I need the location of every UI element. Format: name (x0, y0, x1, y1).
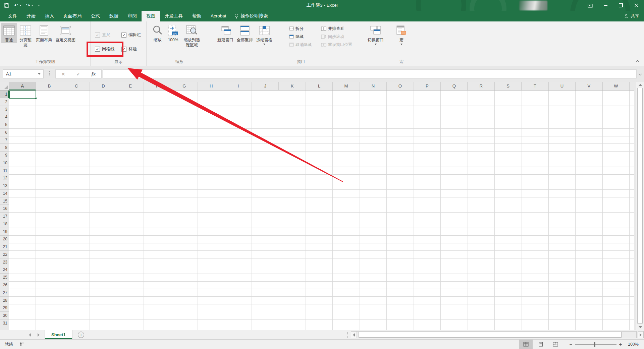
row-header-10[interactable]: 10 (0, 159, 9, 167)
row-header-2[interactable]: 2 (0, 98, 9, 106)
new-window-button[interactable]: 新建窗口 (216, 23, 235, 43)
row-header-22[interactable]: 22 (0, 251, 9, 258)
column-header-P[interactable]: P (414, 82, 441, 90)
column-header-C[interactable]: C (63, 82, 90, 90)
column-header-G[interactable]: G (171, 82, 198, 90)
normal-view-button[interactable]: 普通 (1, 23, 17, 43)
row-header-30[interactable]: 30 (0, 312, 9, 319)
macros-button[interactable]: 宏 (394, 23, 409, 46)
row-header-31[interactable]: 31 (0, 319, 9, 327)
menu-tab-1[interactable]: 开始 (22, 11, 40, 21)
formula-bar-label[interactable]: 编辑栏 (128, 32, 141, 38)
zoom-out-button[interactable]: − (568, 340, 574, 349)
row-header-3[interactable]: 3 (0, 106, 9, 114)
arrange-all-button[interactable]: 全部重排 (235, 23, 255, 43)
selected-cell-a1[interactable] (9, 91, 36, 99)
sheet-tab-sheet1[interactable]: Sheet1 (45, 330, 72, 339)
vertical-scrollbar-thumb[interactable] (637, 88, 643, 324)
custom-views-button[interactable]: 自定义视图 (54, 23, 77, 43)
column-header-N[interactable]: N (360, 82, 387, 90)
scrollbar-resize-handle[interactable] (347, 332, 348, 338)
row-header-18[interactable]: 18 (0, 220, 9, 228)
column-header-T[interactable]: T (522, 82, 548, 90)
page-break-preview-button[interactable]: 分页预览 (17, 23, 34, 48)
row-header-24[interactable]: 24 (0, 266, 9, 274)
row-header-26[interactable]: 26 (0, 281, 9, 289)
menu-tab-3[interactable]: 页面布局 (59, 11, 86, 21)
column-header-M[interactable]: M (333, 82, 360, 90)
column-header-O[interactable]: O (387, 82, 414, 90)
macro-record-icon[interactable] (19, 342, 24, 348)
row-header-23[interactable]: 23 (0, 258, 9, 266)
scroll-down-button[interactable] (636, 324, 644, 330)
row-header-27[interactable]: 27 (0, 289, 9, 297)
row-header-28[interactable]: 28 (0, 297, 9, 304)
avatar[interactable] (519, 1, 547, 10)
page-break-preview-toggle[interactable] (549, 340, 562, 349)
scroll-left-button[interactable] (351, 331, 357, 338)
row-header-17[interactable]: 17 (0, 213, 9, 220)
share-button[interactable]: 共享 (624, 11, 639, 21)
fill-handle[interactable] (35, 97, 37, 99)
name-box-resize-handle[interactable] (49, 71, 50, 75)
new-sheet-button[interactable]: + (78, 332, 84, 338)
tell-me-search[interactable]: 操作说明搜索 (231, 11, 271, 21)
column-header-R[interactable]: R (468, 82, 494, 90)
menu-tab-9[interactable]: 帮助 (187, 11, 206, 21)
vertical-scrollbar[interactable] (636, 82, 644, 330)
expand-formula-bar-icon[interactable] (639, 73, 642, 75)
row-header-11[interactable]: 11 (0, 167, 9, 175)
column-header-H[interactable]: H (198, 82, 225, 90)
ribbon-display-options-button[interactable] (582, 0, 598, 11)
column-header-A[interactable]: A (9, 82, 36, 90)
view-side-by-side-button[interactable]: 并排查看 (321, 25, 344, 32)
column-header-S[interactable]: S (495, 82, 522, 90)
normal-view-toggle[interactable] (519, 340, 533, 349)
column-header-L[interactable]: L (306, 82, 333, 90)
row-header-6[interactable]: 6 (0, 129, 9, 136)
column-header-B[interactable]: B (36, 82, 63, 90)
row-header-25[interactable]: 25 (0, 274, 9, 281)
menu-tab-5[interactable]: 数据 (105, 11, 123, 21)
menu-tab-0[interactable]: 文件 (3, 11, 22, 21)
menu-tab-7[interactable]: 视图 (142, 11, 160, 21)
zoom-in-button[interactable]: + (617, 340, 624, 349)
name-box-value[interactable]: A1 (3, 71, 38, 76)
row-header-8[interactable]: 8 (0, 144, 9, 152)
zoom-slider-track[interactable] (575, 344, 616, 345)
collapse-ribbon-button[interactable] (636, 60, 639, 63)
menu-tab-4[interactable]: 公式 (86, 11, 105, 21)
headings-checkbox[interactable]: ✓ 标题 (121, 46, 137, 52)
horizontal-scrollbar-thumb[interactable] (359, 332, 622, 338)
row-header-5[interactable]: 5 (0, 121, 9, 129)
row-header-7[interactable]: 7 (0, 136, 9, 144)
column-header-V[interactable]: V (576, 82, 602, 90)
next-sheet-button[interactable] (38, 333, 40, 337)
menu-tab-2[interactable]: 插入 (40, 11, 59, 21)
row-header-15[interactable]: 15 (0, 197, 9, 205)
minimize-button[interactable] (598, 0, 613, 11)
row-header-13[interactable]: 13 (0, 182, 9, 190)
row-header-21[interactable]: 21 (0, 243, 9, 251)
row-header-16[interactable]: 16 (0, 205, 9, 213)
zoom-to-selection-button[interactable]: 缩放到选定区域 (181, 23, 203, 48)
zoom-100-button[interactable]: 100 100% (165, 23, 181, 43)
close-button[interactable] (629, 0, 644, 11)
row-header-9[interactable]: 9 (0, 152, 9, 159)
row-header-4[interactable]: 4 (0, 113, 9, 121)
formula-input[interactable] (103, 69, 637, 78)
formula-bar-checkbox[interactable]: ✓ 编辑栏 (121, 32, 141, 38)
row-header-14[interactable]: 14 (0, 190, 9, 197)
horizontal-scrollbar-track[interactable] (357, 331, 637, 338)
row-header-1[interactable]: 1 (0, 91, 9, 98)
column-header-F[interactable]: F (144, 82, 171, 90)
name-box[interactable]: A1 (3, 69, 44, 78)
page-layout-view-button[interactable]: 页面布局 (34, 23, 54, 43)
zoom-level-label[interactable]: 100% (628, 340, 639, 349)
split-button[interactable]: 拆分 (289, 25, 304, 32)
chevron-down-icon[interactable] (38, 73, 41, 75)
row-header-20[interactable]: 20 (0, 236, 9, 243)
previous-sheet-button[interactable] (29, 333, 31, 337)
menu-tab-8[interactable]: 开发工具 (160, 11, 187, 21)
checkbox-checked-icon[interactable]: ✓ (121, 33, 126, 38)
